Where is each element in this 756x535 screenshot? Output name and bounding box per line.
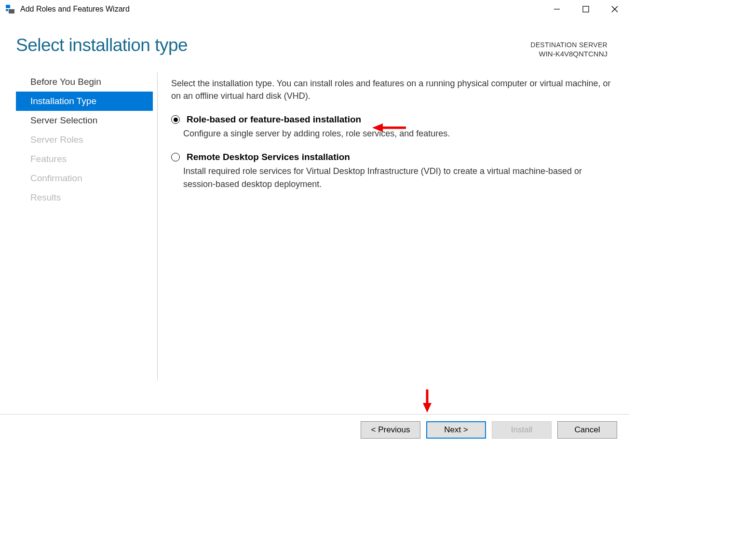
- window-controls: [542, 0, 629, 18]
- sidebar: Before You Begin Installation Type Serve…: [0, 72, 158, 207]
- sidebar-item-installation-type[interactable]: Installation Type: [16, 92, 153, 111]
- option-title[interactable]: Role-based or feature-based installation: [187, 114, 361, 125]
- minimize-button[interactable]: [542, 0, 571, 18]
- annotation-arrow-right-icon: [372, 122, 406, 135]
- annotation-arrow-down-icon: [422, 389, 432, 415]
- previous-button[interactable]: < Previous: [361, 421, 420, 439]
- option-description: Install required role services for Virtu…: [171, 165, 612, 191]
- close-button[interactable]: [600, 0, 629, 18]
- svg-marker-10: [423, 403, 432, 413]
- nav-button-group: < Previous Next >: [361, 421, 486, 439]
- destination-server: WIN-K4V8QNTCNNJ: [530, 50, 608, 58]
- option-remote-desktop: Remote Desktop Services installation Ins…: [171, 152, 612, 191]
- svg-rect-2: [6, 9, 8, 11]
- server-manager-icon: [5, 4, 15, 14]
- install-button: Install: [492, 421, 552, 439]
- titlebar-left: Add Roles and Features Wizard: [5, 4, 130, 14]
- sidebar-item-server-roles: Server Roles: [16, 130, 153, 149]
- maximize-button[interactable]: [571, 0, 600, 18]
- destination-info: DESTINATION SERVER WIN-K4V8QNTCNNJ: [530, 41, 608, 58]
- radio-remote-desktop[interactable]: [171, 153, 180, 161]
- destination-label: DESTINATION SERVER: [530, 41, 608, 49]
- window-title: Add Roles and Features Wizard: [20, 5, 130, 13]
- svg-rect-0: [6, 5, 10, 8]
- description-text: Select the installation type. You can in…: [171, 77, 612, 102]
- svg-rect-4: [583, 6, 589, 12]
- sidebar-item-server-selection[interactable]: Server Selection: [16, 111, 153, 130]
- radio-role-based[interactable]: [171, 115, 180, 124]
- sidebar-item-before-you-begin[interactable]: Before You Begin: [16, 72, 153, 92]
- sidebar-item-confirmation: Confirmation: [16, 169, 153, 188]
- cancel-button[interactable]: Cancel: [557, 421, 617, 439]
- option-header: Remote Desktop Services installation: [171, 152, 612, 162]
- svg-rect-1: [9, 9, 14, 13]
- main-content: Select the installation type. You can in…: [158, 72, 629, 207]
- titlebar: Add Roles and Features Wizard: [0, 0, 629, 18]
- next-button[interactable]: Next >: [426, 421, 486, 439]
- sidebar-item-results: Results: [16, 188, 153, 207]
- option-title[interactable]: Remote Desktop Services installation: [187, 152, 350, 162]
- page-title: Select installation type: [16, 35, 188, 55]
- content-area: Before You Begin Installation Type Serve…: [0, 72, 629, 207]
- wizard-footer: < Previous Next > Install Cancel: [0, 414, 629, 445]
- svg-marker-8: [372, 123, 383, 132]
- sidebar-item-features: Features: [16, 149, 153, 169]
- header-area: Select installation type DESTINATION SER…: [0, 18, 629, 67]
